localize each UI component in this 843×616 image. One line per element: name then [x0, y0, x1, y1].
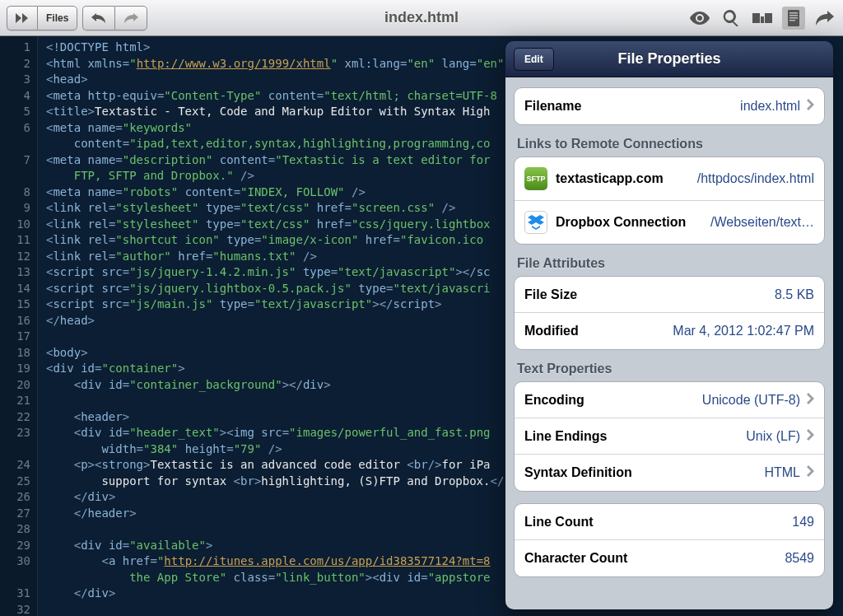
property-label: Line Count	[524, 515, 594, 530]
line-gutter: 1234567891011121314151617181920212223242…	[0, 36, 38, 616]
forward-button[interactable]	[7, 6, 37, 30]
line-number: 32	[0, 602, 30, 617]
edit-button[interactable]: Edit	[514, 48, 554, 71]
line-number: 27	[0, 506, 30, 522]
links-group: SFTPtextasticapp.com/httpdocs/index.html…	[514, 156, 825, 245]
property-row: File Size8.5 KB	[515, 277, 824, 313]
line-number: 23	[0, 425, 30, 457]
share-icon	[816, 11, 834, 26]
popover-body[interactable]: Filename index.html Links to Remote Conn…	[505, 77, 833, 609]
line-number: 12	[0, 249, 30, 265]
undo-redo-segment	[82, 6, 147, 30]
property-value: 8549	[785, 551, 814, 566]
remote-link-row[interactable]: Dropbox Connection/Webseiten/text…	[515, 201, 824, 244]
preview-button[interactable]	[688, 7, 711, 30]
filename-value: index.html	[740, 99, 800, 114]
nav-segment: Files	[7, 6, 77, 30]
line-number: 31	[0, 586, 30, 602]
line-number: 16	[0, 313, 30, 329]
property-value: HTML	[764, 465, 800, 480]
property-value: 8.5 KB	[775, 287, 814, 302]
property-row: Character Count8549	[515, 540, 824, 576]
property-row[interactable]: Syntax DefinitionHTML	[515, 455, 824, 491]
line-number: 5	[0, 104, 30, 120]
line-number: 4	[0, 88, 30, 105]
line-number: 26	[0, 489, 30, 506]
dropbox-icon	[524, 211, 547, 234]
symbols-icon	[752, 12, 772, 25]
chevron-right-icon	[807, 429, 814, 444]
filename-label: Filename	[524, 99, 581, 114]
filename-group: Filename index.html	[514, 87, 825, 125]
sftp-icon: SFTP	[524, 167, 547, 190]
chevron-right-icon	[807, 393, 814, 408]
svg-rect-0	[752, 13, 760, 23]
properties-button[interactable]	[782, 7, 805, 30]
svg-rect-6	[789, 17, 798, 19]
popover-title: File Properties	[505, 50, 833, 68]
line-number: 6	[0, 120, 30, 152]
chevron-right-icon	[807, 465, 814, 480]
text-props-header: Text Properties	[517, 362, 822, 376]
symbols-button[interactable]	[751, 7, 774, 30]
files-button[interactable]: Files	[37, 6, 77, 30]
toolbar: Files index.html	[0, 0, 843, 36]
line-number: 19	[0, 361, 30, 377]
redo-icon	[123, 13, 138, 23]
attributes-group: File Size8.5 KBModifiedMar 4, 2012 1:02:…	[514, 276, 825, 350]
filename-row[interactable]: Filename index.html	[515, 88, 824, 124]
line-number: 29	[0, 538, 30, 554]
counts-group: Line Count149Character Count8549	[514, 503, 825, 577]
property-value: Unix (LF)	[746, 429, 800, 444]
property-label: Line Endings	[524, 429, 607, 444]
fast-forward-icon	[16, 13, 29, 23]
property-row: ModifiedMar 4, 2012 1:02:47 PM	[515, 313, 824, 349]
line-number: 11	[0, 232, 30, 249]
remote-link-row[interactable]: SFTPtextasticapp.com/httpdocs/index.html	[515, 157, 824, 201]
link-name: textasticapp.com	[556, 171, 664, 186]
property-label: Modified	[524, 324, 579, 338]
link-name: Dropbox Connection	[556, 215, 686, 230]
property-label: File Size	[524, 287, 577, 302]
undo-icon	[91, 13, 106, 23]
property-value: Unicode (UTF-8)	[702, 393, 800, 408]
line-number: 25	[0, 474, 30, 490]
link-path: /httpdocs/index.html	[697, 171, 814, 186]
property-row[interactable]: Line EndingsUnix (LF)	[515, 418, 824, 455]
document-icon	[786, 10, 801, 26]
svg-rect-7	[789, 20, 795, 21]
line-number: 14	[0, 281, 30, 297]
property-value: 149	[792, 515, 814, 530]
line-number: 10	[0, 217, 30, 233]
redo-button[interactable]	[114, 6, 147, 30]
popover-header: Edit File Properties	[505, 41, 833, 77]
line-number: 24	[0, 457, 30, 474]
line-number: 13	[0, 264, 30, 281]
attributes-header: File Attributes	[517, 256, 822, 271]
line-number: 28	[0, 521, 30, 538]
search-button[interactable]	[720, 7, 743, 30]
line-number: 18	[0, 345, 30, 362]
line-number: 9	[0, 200, 30, 217]
text-props-group: EncodingUnicode (UTF-8)Line EndingsUnix …	[514, 381, 825, 492]
property-label: Character Count	[524, 551, 627, 566]
line-number: 30	[0, 553, 30, 586]
property-value: Mar 4, 2012 1:02:47 PM	[673, 324, 814, 338]
line-number: 17	[0, 329, 30, 345]
undo-button[interactable]	[82, 6, 114, 30]
search-icon	[723, 10, 739, 26]
links-header: Links to Remote Connections	[517, 137, 822, 152]
property-label: Encoding	[524, 393, 585, 408]
line-number: 8	[0, 184, 30, 201]
line-number: 22	[0, 409, 30, 426]
svg-rect-5	[789, 15, 798, 16]
link-path: /Webseiten/text…	[710, 215, 814, 230]
share-button[interactable]	[813, 7, 836, 30]
svg-rect-4	[789, 12, 798, 14]
property-row[interactable]: EncodingUnicode (UTF-8)	[515, 382, 824, 418]
eye-icon	[690, 12, 710, 25]
line-number: 15	[0, 296, 30, 313]
svg-rect-2	[765, 13, 772, 23]
line-number: 20	[0, 377, 30, 394]
line-number: 1	[0, 40, 30, 56]
